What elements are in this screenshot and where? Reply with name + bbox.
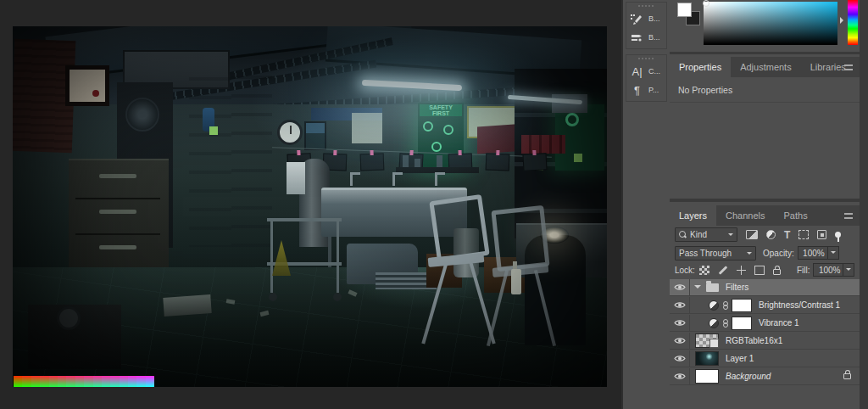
layer-row-vibrance[interactable]: Vibrance 1 bbox=[670, 315, 860, 332]
document-canvas[interactable]: SAFETYFIRST bbox=[13, 26, 607, 387]
brush-settings-icon bbox=[630, 13, 644, 25]
layer-mask-thumbnail[interactable] bbox=[732, 299, 752, 312]
adjustment-layer-icon bbox=[709, 318, 719, 328]
filter-smart-object-icon[interactable] bbox=[817, 230, 826, 239]
tab-paths[interactable]: Paths bbox=[775, 205, 817, 226]
visibility-eye-icon[interactable] bbox=[670, 350, 690, 367]
lut-tile bbox=[66, 376, 75, 387]
hue-strip[interactable] bbox=[848, 0, 858, 45]
lut-tile bbox=[110, 376, 119, 387]
tab-properties[interactable]: Properties bbox=[670, 57, 731, 77]
lut-tile bbox=[146, 376, 154, 387]
tab-channels[interactable]: Channels bbox=[716, 205, 774, 226]
character-panel-button[interactable]: A| C... bbox=[626, 62, 666, 81]
chevron-down-icon bbox=[747, 252, 752, 257]
lock-pixels-icon[interactable] bbox=[718, 269, 728, 272]
right-panel-column: Properties Adjustments Libraries No Prop… bbox=[670, 0, 860, 409]
color-panel bbox=[670, 0, 860, 54]
layer-thumbnail-smart-object[interactable] bbox=[695, 333, 719, 348]
panel-menu-icon[interactable] bbox=[844, 213, 853, 219]
filter-adjustment-layers-icon[interactable] bbox=[766, 230, 776, 239]
panel-dock-strip: B... B... A| C... ¶ P... bbox=[621, 0, 670, 409]
opacity-chevron[interactable] bbox=[828, 246, 839, 260]
layer-name: RGBTable16x1 bbox=[726, 336, 782, 345]
filter-kind-value: Kind bbox=[690, 230, 707, 239]
layer-name: Brightness/Contrast 1 bbox=[759, 300, 840, 310]
properties-body: No Properties bbox=[670, 77, 860, 202]
layers-tabbar: Layers Channels Paths bbox=[670, 205, 860, 226]
lock-all-icon[interactable] bbox=[773, 266, 781, 275]
lut-tile bbox=[31, 376, 40, 387]
layer-row-layer1[interactable]: Layer 1 bbox=[670, 350, 860, 367]
fill-label: Fill: bbox=[797, 266, 810, 275]
mask-link-icon[interactable] bbox=[722, 301, 728, 310]
lock-transparency-icon[interactable] bbox=[699, 266, 709, 275]
dock-grip[interactable] bbox=[638, 56, 654, 60]
layer-mask-thumbnail[interactable] bbox=[732, 317, 752, 330]
lock-position-icon[interactable] bbox=[737, 266, 746, 275]
blend-mode-value: Pass Through bbox=[679, 249, 732, 258]
layer-name: Vibrance 1 bbox=[759, 318, 799, 328]
layer-filter-kind-select[interactable]: Kind bbox=[675, 227, 737, 242]
panel-menu-icon[interactable] bbox=[844, 64, 853, 70]
layer-row-filters[interactable]: Filters bbox=[670, 279, 860, 296]
right-edge-strip bbox=[860, 0, 868, 409]
no-properties-text: No Properties bbox=[670, 77, 860, 103]
fill-chevron[interactable] bbox=[843, 263, 854, 277]
dock-label: B... bbox=[648, 33, 660, 42]
filter-shape-layers-icon[interactable] bbox=[798, 230, 809, 239]
color-field-cursor[interactable] bbox=[703, 0, 709, 7]
fill-field[interactable]: 100% bbox=[813, 263, 843, 277]
lut-tile bbox=[93, 376, 102, 387]
visibility-eye-icon[interactable] bbox=[670, 279, 690, 296]
hue-slider-arrow[interactable] bbox=[840, 17, 847, 24]
color-saturation-field[interactable] bbox=[704, 2, 837, 45]
mask-link-icon[interactable] bbox=[722, 319, 728, 328]
lut-tile bbox=[22, 376, 31, 387]
paragraph-icon: ¶ bbox=[630, 84, 644, 97]
brush-settings-panel-button[interactable]: B... bbox=[626, 9, 666, 28]
group-expand-chevron-icon[interactable] bbox=[694, 285, 701, 292]
lock-label: Lock: bbox=[675, 266, 695, 275]
layer-row-background[interactable]: Background bbox=[670, 368, 860, 385]
opacity-field[interactable]: 100% bbox=[798, 246, 828, 260]
visibility-eye-icon[interactable] bbox=[670, 333, 690, 350]
filter-type-layers-icon[interactable]: T bbox=[784, 229, 790, 241]
tab-layers[interactable]: Layers bbox=[670, 205, 716, 226]
canvas-pasteboard[interactable]: SAFETYFIRST bbox=[0, 0, 621, 409]
background-lock-icon[interactable] bbox=[843, 373, 851, 379]
blend-mode-select[interactable]: Pass Through bbox=[675, 246, 756, 261]
dock-group-type: A| C... ¶ P... bbox=[626, 54, 667, 102]
lut-tile bbox=[102, 376, 110, 387]
brushes-icon bbox=[630, 31, 644, 44]
layer-thumbnail[interactable] bbox=[695, 369, 719, 384]
visibility-eye-icon[interactable] bbox=[670, 297, 690, 314]
lut-tile bbox=[40, 376, 48, 387]
tab-adjustments[interactable]: Adjustments bbox=[731, 57, 801, 77]
properties-tabbar: Properties Adjustments Libraries bbox=[670, 57, 860, 77]
filter-pixel-layers-icon[interactable] bbox=[746, 230, 758, 239]
dock-grip[interactable] bbox=[638, 3, 654, 8]
lut-tile bbox=[49, 376, 58, 387]
lut-tile bbox=[136, 376, 145, 387]
layer-row-rgbtable[interactable]: RGBTable16x1 bbox=[670, 333, 860, 350]
lut-tile bbox=[58, 376, 66, 387]
layer-name: Background bbox=[726, 372, 771, 381]
chevron-down-icon bbox=[728, 233, 733, 238]
scene-vignette bbox=[13, 26, 607, 387]
visibility-eye-icon[interactable] bbox=[670, 368, 690, 385]
lut-tile bbox=[120, 376, 128, 387]
adjustment-layer-icon bbox=[709, 300, 719, 311]
brushes-panel-button[interactable]: B... bbox=[626, 28, 666, 47]
visibility-eye-icon[interactable] bbox=[670, 315, 690, 332]
paragraph-panel-button[interactable]: ¶ P... bbox=[626, 81, 666, 99]
layer-filter-switch-icon[interactable] bbox=[835, 232, 841, 238]
lock-artboard-icon[interactable] bbox=[754, 266, 765, 275]
layers-filter-row: Kind T bbox=[670, 226, 860, 244]
layer-thumbnail[interactable] bbox=[695, 351, 719, 366]
lut-tile bbox=[128, 376, 136, 387]
layer-row-brightness-contrast[interactable]: Brightness/Contrast 1 bbox=[670, 297, 860, 314]
lut-tile bbox=[75, 376, 84, 387]
foreground-color-swatch[interactable] bbox=[677, 3, 692, 17]
layers-lock-row: Lock: Fill: 100% bbox=[670, 261, 860, 278]
